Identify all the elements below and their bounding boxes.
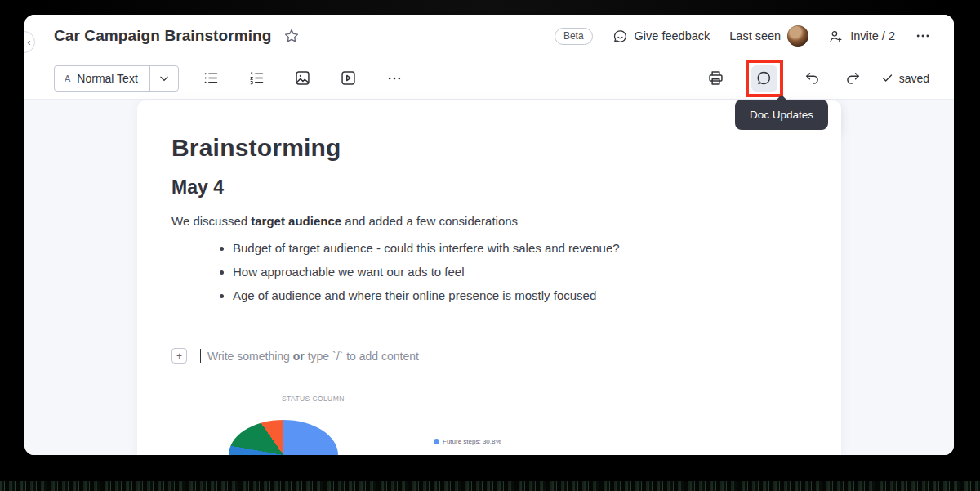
give-feedback-button[interactable]: Give feedback [612, 29, 710, 44]
highlight-red-box [746, 60, 783, 97]
bullet-list-button[interactable] [198, 65, 225, 92]
desktop-bottom-strip [0, 481, 980, 491]
doc-updates-comment-button[interactable] [751, 65, 777, 92]
add-block-button[interactable]: + [172, 348, 187, 364]
placeholder-text-tail: type `/` to add content [305, 350, 419, 363]
doc-heading[interactable]: Brainstorming [172, 133, 807, 163]
chart-legend: Future steps: 30.8% [434, 438, 501, 445]
doc-subheading[interactable]: May 4 [172, 176, 807, 199]
editor-toolbar: A Normal Text [24, 57, 954, 100]
paragraph-bold-text: target audience [251, 214, 341, 228]
list-item[interactable]: How approachable we want our ads to feel [233, 260, 807, 283]
sidebar-collapse-button[interactable]: ‹ [24, 31, 35, 53]
add-content-row[interactable]: + Write something or type `/` to add con… [172, 348, 807, 364]
placeholder-text: Write something [207, 350, 293, 363]
text-cursor [200, 349, 201, 363]
text-style-a-icon: A [55, 74, 77, 83]
chevron-down-icon[interactable] [150, 73, 178, 84]
check-icon [881, 72, 893, 84]
toolbar-left: A Normal Text [54, 65, 408, 92]
embedded-chart-widget[interactable]: STATUS COLUMN Future steps: 30.8% [172, 387, 807, 455]
doc-updates-tooltip: Doc Updates [735, 100, 828, 130]
star-favorite-icon[interactable] [283, 28, 300, 44]
list-item[interactable]: Budget of target audience - could this i… [233, 236, 807, 260]
text-style-label: Normal Text [77, 72, 149, 85]
chart-title: STATUS COLUMN [282, 395, 345, 403]
feedback-smile-bubble-icon [612, 29, 628, 44]
status-pie-chart[interactable] [229, 420, 338, 455]
paragraph-text-tail: and added a few considerations [341, 214, 518, 228]
more-formatting-icon[interactable] [381, 65, 408, 92]
legend-color-dot [434, 439, 439, 444]
bullet-list: Budget of target audience - could this i… [172, 236, 807, 307]
doc-paragraph[interactable]: We discussed target audience and added a… [172, 214, 807, 228]
document-page[interactable]: Brainstorming May 4 We discussed target … [137, 100, 841, 455]
undo-button[interactable] [800, 65, 826, 92]
person-plus-icon [828, 29, 844, 44]
saved-label: saved [899, 72, 929, 85]
more-options-icon[interactable] [915, 28, 931, 44]
numbered-list-button[interactable] [244, 65, 270, 92]
title-group: Car Campaign Brainstorming [54, 27, 300, 45]
editor-placeholder[interactable]: Write something or type `/` to add conte… [207, 350, 419, 363]
give-feedback-label: Give feedback [635, 29, 710, 42]
doc-title[interactable]: Car Campaign Brainstorming [54, 27, 272, 45]
invite-button[interactable]: Invite / 2 [828, 29, 895, 44]
avatar[interactable] [787, 25, 808, 47]
insert-image-button[interactable] [290, 65, 316, 92]
save-status: saved [881, 72, 929, 85]
paragraph-text: We discussed [172, 214, 251, 228]
insert-video-button[interactable] [336, 65, 362, 92]
beta-badge: Beta [555, 28, 593, 45]
doc-content-area: Doc Updates Brainstorming May 4 We discu… [24, 100, 954, 455]
last-seen-label: Last seen [729, 29, 781, 42]
doc-header: ‹ Car Campaign Brainstorming Beta Give f… [24, 15, 954, 57]
print-button[interactable] [703, 65, 729, 92]
redo-button[interactable] [840, 65, 866, 92]
last-seen-group[interactable]: Last seen [729, 25, 808, 47]
legend-label: Future steps: 30.8% [443, 438, 501, 445]
invite-label: Invite / 2 [850, 29, 895, 42]
tooltip-label: Doc Updates [750, 109, 813, 121]
text-style-dropdown[interactable]: A Normal Text [54, 65, 179, 92]
header-right-actions: Beta Give feedback Last seen [555, 25, 931, 47]
doc-window: ‹ Car Campaign Brainstorming Beta Give f… [24, 15, 954, 455]
placeholder-bold-text: or [293, 350, 305, 363]
toolbar-right: saved [703, 60, 929, 97]
list-item[interactable]: Age of audience and where their online p… [233, 283, 807, 307]
